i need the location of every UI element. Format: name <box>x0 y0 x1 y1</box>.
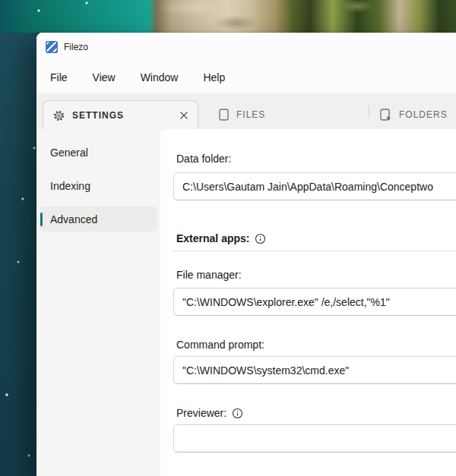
previewer-heading: Previewer: <box>176 407 243 419</box>
tab-files-label: FILES <box>236 109 265 120</box>
sidebar-item-indexing[interactable]: Indexing <box>40 173 157 198</box>
menu-item-file[interactable]: File <box>50 71 68 84</box>
wallpaper-sea <box>0 33 36 476</box>
settings-content: Data folder: External apps: File manager… <box>160 129 456 476</box>
app-window: Filezo File View Window Help SETTINGS <box>36 33 456 476</box>
folder-icon <box>380 109 391 121</box>
sidebar-item-label: Advanced <box>50 213 97 225</box>
settings-sidebar: General Indexing Advanced <box>36 129 160 476</box>
sidebar-item-general[interactable]: General <box>40 140 157 165</box>
menu-item-view[interactable]: View <box>93 71 116 84</box>
tab-folders[interactable]: FOLDERS <box>369 100 456 129</box>
sidebar-item-label: Indexing <box>50 180 90 192</box>
tab-folders-label: FOLDERS <box>399 109 448 120</box>
info-icon[interactable] <box>255 233 266 244</box>
title-bar: Filezo <box>36 33 456 61</box>
info-icon[interactable] <box>232 408 243 419</box>
close-icon[interactable] <box>179 111 188 120</box>
command-prompt-input[interactable] <box>173 356 456 384</box>
data-folder-input[interactable] <box>173 172 456 200</box>
gear-icon <box>53 110 65 121</box>
file-manager-label: File manager: <box>176 269 242 281</box>
settings-body: General Indexing Advanced Data folder: E… <box>36 129 456 476</box>
selection-accent-bar <box>40 213 43 226</box>
menu-item-help[interactable]: Help <box>203 71 225 84</box>
sidebar-item-label: General <box>50 147 88 159</box>
tab-settings[interactable]: SETTINGS <box>43 100 198 130</box>
previewer-input[interactable] <box>173 424 456 452</box>
menu-bar: File View Window Help <box>36 61 456 93</box>
command-prompt-label: Command prompt: <box>176 339 264 351</box>
tab-settings-label: SETTINGS <box>72 110 124 121</box>
previewer-label: Previewer: <box>176 407 226 419</box>
external-apps-heading: External apps: <box>176 232 266 244</box>
data-folder-label: Data folder: <box>176 153 231 165</box>
file-icon <box>219 109 229 121</box>
file-manager-input[interactable] <box>173 288 456 316</box>
window-title: Filezo <box>64 42 88 52</box>
tab-strip: SETTINGS FILES <box>36 93 456 129</box>
wallpaper-coast <box>0 0 456 33</box>
external-apps-label: External apps: <box>176 232 249 244</box>
section-divider <box>173 251 456 251</box>
filezo-logo-icon <box>46 41 58 53</box>
sidebar-item-advanced[interactable]: Advanced <box>40 206 157 232</box>
tab-files[interactable]: FILES <box>198 100 369 129</box>
menu-item-window[interactable]: Window <box>141 71 179 84</box>
desktop: Filezo File View Window Help SETTINGS <box>0 0 456 476</box>
